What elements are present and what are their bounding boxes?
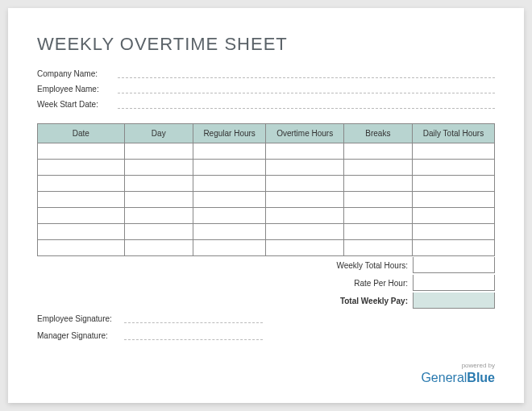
company-name-row: Company Name: (37, 69, 495, 78)
table-cell[interactable] (38, 192, 125, 208)
table-cell[interactable] (193, 160, 266, 176)
table-cell[interactable] (343, 160, 412, 176)
header-regular-hours: Regular Hours (193, 124, 266, 143)
header-day: Day (124, 124, 193, 143)
week-start-row: Week Start Date: (37, 100, 495, 109)
rate-label: Rate Per Hour: (354, 279, 413, 288)
table-row (38, 208, 495, 224)
table-cell[interactable] (343, 176, 412, 192)
week-start-input-line[interactable] (118, 101, 495, 109)
rate-value[interactable] (413, 275, 495, 291)
table-cell[interactable] (343, 143, 412, 160)
table-row (38, 143, 495, 160)
table-cell[interactable] (266, 176, 343, 192)
employee-signature-row: Employee Signature: (37, 314, 263, 323)
total-pay-row: Total Weekly Pay: (37, 292, 495, 309)
table-cell[interactable] (193, 224, 266, 240)
table-cell[interactable] (266, 208, 343, 224)
table-cell[interactable] (193, 143, 266, 160)
manager-signature-row: Manager Signature: (37, 331, 263, 340)
footer-branding: powered by GeneralBlue (421, 362, 495, 385)
table-cell[interactable] (412, 143, 494, 160)
weekly-total-row: Weekly Total Hours: (37, 256, 495, 274)
rate-row: Rate Per Hour: (37, 274, 495, 292)
employee-signature-line[interactable] (124, 315, 263, 323)
table-cell[interactable] (266, 143, 343, 160)
employee-name-input-line[interactable] (118, 85, 495, 93)
powered-by-label: powered by (421, 362, 495, 369)
table-cell[interactable] (38, 208, 125, 224)
table-cell[interactable] (266, 240, 343, 256)
table-cell[interactable] (412, 160, 494, 176)
weekly-total-value[interactable] (413, 257, 495, 273)
manager-signature-line[interactable] (124, 332, 263, 340)
header-daily-total: Daily Total Hours (412, 124, 494, 143)
table-row (38, 160, 495, 176)
total-pay-label: Total Weekly Pay: (340, 297, 413, 305)
weekly-total-label: Weekly Total Hours: (336, 261, 413, 270)
table-row (38, 176, 495, 192)
table-header-row: Date Day Regular Hours Overtime Hours Br… (38, 124, 495, 143)
employee-name-label: Employee Name: (37, 85, 118, 93)
table-cell[interactable] (343, 240, 412, 256)
table-cell[interactable] (193, 192, 266, 208)
table-cell[interactable] (38, 240, 125, 256)
timesheet-document: WEEKLY OVERTIME SHEET Company Name: Empl… (8, 8, 524, 403)
table-cell[interactable] (124, 240, 193, 256)
hours-table-wrap: Date Day Regular Hours Overtime Hours Br… (37, 123, 495, 309)
table-cell[interactable] (193, 176, 266, 192)
table-cell[interactable] (412, 176, 494, 192)
logo-part1: General (421, 371, 467, 384)
table-cell[interactable] (38, 176, 125, 192)
total-pay-value[interactable] (413, 293, 495, 309)
summary-section: Weekly Total Hours: Rate Per Hour: Total… (37, 256, 495, 309)
hours-table: Date Day Regular Hours Overtime Hours Br… (37, 123, 495, 256)
table-row (38, 240, 495, 256)
table-cell[interactable] (124, 192, 193, 208)
company-name-input-line[interactable] (118, 70, 495, 78)
table-row (38, 192, 495, 208)
signatures-section: Employee Signature: Manager Signature: (37, 314, 263, 348)
table-cell[interactable] (38, 160, 125, 176)
table-cell[interactable] (266, 192, 343, 208)
table-cell[interactable] (412, 240, 494, 256)
table-cell[interactable] (412, 224, 494, 240)
table-cell[interactable] (38, 224, 125, 240)
table-cell[interactable] (38, 143, 125, 160)
employee-name-row: Employee Name: (37, 85, 495, 93)
table-cell[interactable] (124, 143, 193, 160)
table-cell[interactable] (193, 240, 266, 256)
table-row (38, 224, 495, 240)
company-name-label: Company Name: (37, 69, 118, 78)
table-cell[interactable] (124, 208, 193, 224)
table-cell[interactable] (193, 208, 266, 224)
header-date: Date (38, 124, 125, 143)
table-cell[interactable] (412, 192, 494, 208)
table-cell[interactable] (124, 160, 193, 176)
table-cell[interactable] (343, 208, 412, 224)
table-cell[interactable] (124, 224, 193, 240)
logo-part2: Blue (467, 371, 495, 384)
table-cell[interactable] (266, 160, 343, 176)
manager-signature-label: Manager Signature: (37, 331, 124, 340)
table-cell[interactable] (343, 224, 412, 240)
page-title: WEEKLY OVERTIME SHEET (37, 34, 495, 55)
table-cell[interactable] (124, 176, 193, 192)
table-cell[interactable] (343, 192, 412, 208)
generalblue-logo: GeneralBlue (421, 371, 495, 385)
header-breaks: Breaks (343, 124, 412, 143)
week-start-label: Week Start Date: (37, 100, 118, 109)
header-overtime-hours: Overtime Hours (266, 124, 343, 143)
employee-signature-label: Employee Signature: (37, 314, 124, 323)
table-cell[interactable] (412, 208, 494, 224)
table-cell[interactable] (266, 224, 343, 240)
